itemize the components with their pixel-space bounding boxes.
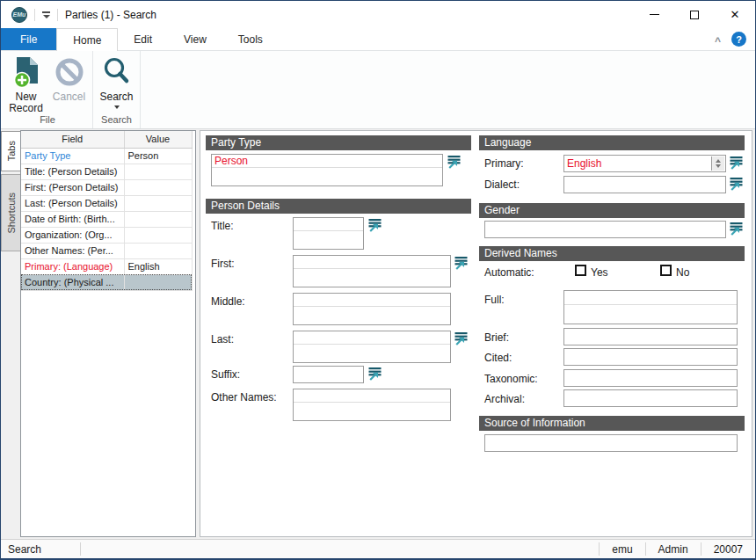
- title-bar: EMu Parties (1) - Search ✕: [1, 1, 755, 28]
- table-row[interactable]: First: (Person Details): [21, 179, 192, 195]
- value-cell[interactable]: [124, 243, 192, 258]
- status-user: Admin: [646, 540, 701, 558]
- value-cell[interactable]: [124, 195, 192, 211]
- no-checkbox[interactable]: [660, 265, 672, 276]
- tab-home[interactable]: Home: [56, 28, 118, 51]
- primary-label: Primary:: [484, 157, 524, 170]
- quick-access-dropdown-icon[interactable]: [42, 11, 50, 18]
- new-record-button[interactable]: New Record: [4, 54, 47, 114]
- lookup-list-icon[interactable]: [730, 156, 743, 170]
- section-header-gender: Gender: [479, 203, 745, 218]
- middle-input[interactable]: [293, 293, 451, 325]
- maximize-button[interactable]: [674, 1, 715, 28]
- party-type-value[interactable]: Person: [212, 155, 442, 168]
- party-type-listbox[interactable]: Person: [211, 154, 443, 186]
- field-cell[interactable]: Country: (Physical ...: [21, 274, 124, 290]
- table-row[interactable]: Title: (Person Details): [21, 164, 192, 179]
- ribbon-group-label-file: File: [4, 114, 91, 128]
- lookup-list-icon[interactable]: [730, 177, 743, 191]
- lookup-list-icon[interactable]: [368, 218, 382, 232]
- spinner-icon[interactable]: [711, 156, 724, 171]
- table-row[interactable]: Date of Birth: (Birth...: [21, 211, 192, 227]
- brief-input[interactable]: [563, 328, 738, 345]
- no-label: No: [676, 266, 689, 279]
- collapse-ribbon-icon[interactable]: ^: [715, 35, 721, 47]
- section-header-source: Source of Information: [479, 416, 745, 431]
- side-tab-shortcuts[interactable]: Shortcuts: [1, 174, 20, 251]
- minimize-icon: [650, 14, 659, 15]
- lookup-list-icon[interactable]: [730, 222, 743, 236]
- table-row[interactable]: Party TypePerson: [21, 148, 192, 164]
- archival-input[interactable]: [563, 389, 738, 407]
- help-icon[interactable]: ?: [731, 32, 746, 47]
- section-header-person-details: Person Details: [206, 199, 471, 214]
- side-tab-shortcuts-label: Shortcuts: [6, 193, 17, 233]
- side-tab-tabs-label: Tabs: [6, 141, 17, 161]
- first-label: First:: [211, 258, 235, 270]
- lookup-list-icon[interactable]: [368, 367, 382, 381]
- value-cell[interactable]: [124, 274, 192, 290]
- field-cell[interactable]: Organization: (Org...: [21, 227, 124, 243]
- last-input[interactable]: [293, 331, 451, 363]
- emu-logo-icon[interactable]: EMu: [11, 7, 27, 23]
- dialect-input[interactable]: [563, 176, 726, 193]
- yes-checkbox[interactable]: [575, 265, 586, 276]
- tab-view[interactable]: View: [168, 28, 222, 50]
- search-criteria-table: Field Value Party TypePersonTitle: (Pers…: [21, 131, 193, 291]
- ribbon-group-file: New Record Cancel File: [3, 51, 93, 128]
- automatic-label: Automatic:: [484, 266, 534, 279]
- other-names-input[interactable]: [293, 389, 451, 421]
- field-cell[interactable]: Party Type: [21, 148, 124, 164]
- column-header-field[interactable]: Field: [21, 131, 124, 148]
- suffix-input[interactable]: [293, 366, 364, 383]
- status-port: 20007: [701, 540, 755, 558]
- value-cell[interactable]: [124, 211, 192, 227]
- table-row[interactable]: Country: (Physical ...: [21, 274, 192, 290]
- table-row[interactable]: Organization: (Org...: [21, 227, 192, 243]
- full-input[interactable]: [563, 290, 738, 324]
- table-row[interactable]: Primary: (Language)English: [21, 258, 192, 274]
- value-cell[interactable]: English: [124, 258, 192, 274]
- gender-input[interactable]: [484, 221, 726, 238]
- field-cell[interactable]: Other Names: (Per...: [21, 243, 124, 258]
- tab-file[interactable]: File: [1, 28, 56, 50]
- content-area: Tabs Shortcuts Field Value Party TypePer…: [1, 129, 755, 539]
- column-header-value[interactable]: Value: [124, 131, 192, 148]
- minimize-button[interactable]: [634, 1, 674, 28]
- value-cell[interactable]: [124, 179, 192, 195]
- search-dropdown-arrow-icon[interactable]: [114, 105, 120, 109]
- lookup-list-icon[interactable]: [454, 331, 468, 345]
- taxonomic-input[interactable]: [563, 369, 738, 387]
- yes-label: Yes: [591, 266, 608, 279]
- title-input[interactable]: [293, 217, 364, 250]
- archival-label: Archival:: [484, 393, 525, 405]
- cancel-button[interactable]: Cancel: [47, 54, 91, 103]
- close-button[interactable]: ✕: [715, 1, 755, 28]
- value-cell[interactable]: [124, 164, 192, 179]
- table-row[interactable]: Last: (Person Details): [21, 195, 192, 211]
- value-cell[interactable]: [124, 227, 192, 243]
- search-icon: [101, 55, 133, 89]
- field-cell[interactable]: Primary: (Language): [21, 258, 124, 274]
- tab-tools[interactable]: Tools: [222, 28, 279, 50]
- lookup-list-icon[interactable]: [447, 155, 461, 169]
- cited-input[interactable]: [563, 348, 738, 366]
- side-tab-tabs[interactable]: Tabs: [1, 131, 20, 171]
- value-cell[interactable]: Person: [124, 148, 192, 164]
- lookup-list-icon[interactable]: [454, 256, 468, 270]
- ribbon-toolbar: New Record Cancel File: [1, 51, 755, 129]
- search-button[interactable]: Search: [95, 54, 138, 109]
- field-cell[interactable]: Title: (Person Details): [21, 164, 124, 179]
- field-cell[interactable]: Date of Birth: (Birth...: [21, 211, 124, 227]
- dialect-label: Dialect:: [484, 178, 520, 191]
- table-body: Party TypePersonTitle: (Person Details)F…: [21, 148, 192, 290]
- table-row[interactable]: Other Names: (Per...: [21, 243, 192, 258]
- primary-value[interactable]: English: [564, 156, 711, 171]
- field-cell[interactable]: First: (Person Details): [21, 179, 124, 195]
- cancel-icon: [54, 55, 85, 89]
- first-input[interactable]: [293, 255, 451, 287]
- primary-input[interactable]: English: [563, 155, 726, 172]
- field-cell[interactable]: Last: (Person Details): [21, 195, 124, 211]
- tab-edit[interactable]: Edit: [118, 28, 168, 50]
- source-input[interactable]: [484, 434, 738, 452]
